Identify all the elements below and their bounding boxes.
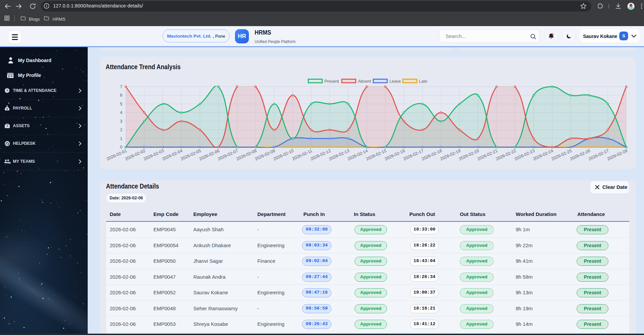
svg-text:4: 4 [120,110,123,115]
svg-text:Present: Present [324,79,339,84]
svg-text:2026-02-06: 2026-02-06 [198,148,220,161]
svg-text:2026-02-07: 2026-02-07 [217,148,239,161]
svg-text:2026-02-02: 2026-02-02 [124,148,146,161]
svg-text:2026-02-27: 2026-02-27 [588,148,609,161]
svg-text:2026-02-15: 2026-02-15 [365,148,387,161]
svg-text:7: 7 [120,84,123,89]
svg-text:2026-02-12: 2026-02-12 [310,148,331,161]
svg-text:2026-02-14: 2026-02-14 [347,148,368,161]
svg-text:2026-02-17: 2026-02-17 [403,148,424,161]
svg-text:2026-02-19: 2026-02-19 [439,148,461,161]
svg-text:2026-02-03: 2026-02-03 [143,148,165,161]
svg-text:Absent: Absent [358,79,371,84]
svg-text:Leave: Leave [389,79,401,84]
svg-text:1: 1 [120,136,123,141]
svg-text:2026-02-11: 2026-02-11 [292,148,313,161]
svg-text:2026-02-25: 2026-02-25 [551,148,573,161]
svg-text:2026-02-04: 2026-02-04 [162,148,183,161]
svg-text:2026-02-01: 2026-02-01 [106,148,128,161]
svg-text:2026-02-26: 2026-02-26 [569,148,591,161]
svg-text:2026-02-18: 2026-02-18 [421,148,443,161]
svg-text:0: 0 [120,145,123,150]
svg-text:6: 6 [120,93,123,98]
svg-text:3: 3 [120,119,123,124]
svg-text:5: 5 [120,102,123,106]
svg-text:2026-02-10: 2026-02-10 [273,148,294,161]
svg-text:2026-02-05: 2026-02-05 [180,148,202,161]
svg-text:2026-02-09: 2026-02-09 [254,148,276,161]
svg-text:2026-02-24: 2026-02-24 [532,148,554,161]
svg-text:2026-02-08: 2026-02-08 [236,148,257,161]
svg-text:2026-02-21: 2026-02-21 [477,148,498,161]
svg-text:$: $ [6,108,8,111]
svg-text:2: 2 [120,127,123,132]
svg-text:Late: Late [419,79,427,84]
svg-text:2026-02-20: 2026-02-20 [458,148,480,161]
svg-text:2026-02-16: 2026-02-16 [384,148,406,161]
svg-text:2026-02-28: 2026-02-28 [606,148,628,161]
svg-text:2026-02-13: 2026-02-13 [328,148,350,161]
svg-text:2026-02-23: 2026-02-23 [514,148,535,161]
svg-text:2026-02-22: 2026-02-22 [495,148,517,161]
